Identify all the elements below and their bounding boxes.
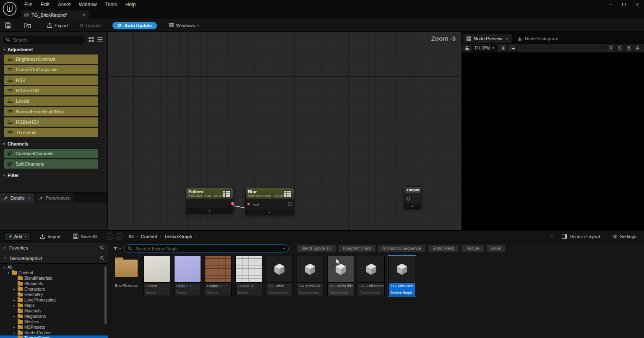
tab-tg-brickrecord[interactable]: TG_BrickRecord* ×: [21, 10, 89, 19]
breadcrumb-all[interactable]: All: [128, 234, 133, 239]
forward-button[interactable]: →: [116, 233, 123, 240]
search-icon[interactable]: [100, 256, 104, 260]
expand-arrow-icon[interactable]: ▾: [3, 265, 6, 270]
favorites-row[interactable]: ▸ Favorites: [0, 243, 108, 253]
category-channels[interactable]: ▾ Channels: [0, 138, 107, 148]
input-pin[interactable]: [407, 197, 410, 200]
menu-file[interactable]: File: [20, 0, 37, 9]
node-output[interactable]: Output ▾: [404, 186, 421, 209]
tree-item-blendmaterials[interactable]: BlendMaterials: [0, 276, 108, 281]
node-pattern[interactable]: Pattern RGBA,Byte, Linear 1024x1024 ▾: [186, 188, 233, 213]
lock-icon[interactable]: [465, 46, 469, 51]
asset-tile-output[interactable]: OutputTexture: [143, 256, 171, 296]
channel-b-button[interactable]: B: [625, 45, 632, 51]
node-collapse-button[interactable]: ▾: [404, 203, 421, 208]
menu-window[interactable]: Window: [75, 0, 101, 9]
expand-arrow-icon[interactable]: ▸: [13, 325, 16, 330]
tree-item-maps[interactable]: ▸Maps: [0, 303, 108, 308]
chip-level[interactable]: Level: [487, 245, 505, 252]
asset-search-input[interactable]: [135, 246, 281, 252]
chevron-down-icon[interactable]: ▾: [283, 247, 285, 250]
zoom-out-button[interactable]: −: [510, 45, 517, 52]
tab-close-icon[interactable]: ×: [28, 195, 31, 200]
asset-tile-tg-brickrecord[interactable]: TG_BrickRecordTexture Graph: [357, 256, 386, 296]
save-all-button[interactable]: Save All: [70, 232, 101, 241]
node-collapse-button[interactable]: ▾: [246, 210, 294, 215]
minimize-button[interactable]: [604, 0, 617, 9]
tree-item-characters[interactable]: ▸Characters: [0, 286, 108, 292]
add-button[interactable]: + Add ▾: [4, 232, 31, 241]
asset-tile-bricktextures[interactable]: BrickTextures: [112, 256, 141, 288]
expand-arrow-icon[interactable]: ▸: [13, 314, 16, 319]
tree-item-content[interactable]: ▾Content: [0, 270, 108, 276]
asset-search[interactable]: ▾: [124, 244, 289, 252]
chip-blueprint-class[interactable]: Blueprint Class: [339, 245, 375, 252]
palette-search-input[interactable]: [3, 36, 86, 44]
tree-scrollbar[interactable]: [104, 266, 107, 324]
palette-item-splitchannels[interactable]: SplitChannels: [4, 159, 98, 169]
asset-tile-output-2[interactable]: Output_2Texture: [204, 256, 232, 296]
output-pin[interactable]: [231, 202, 235, 205]
import-button[interactable]: Import: [37, 232, 64, 241]
menu-asset[interactable]: Asset: [54, 0, 75, 9]
fill-mode-dropdown[interactable]: Fill (0%) ▾: [472, 45, 497, 52]
palette-item-brightnesscontrast[interactable]: BrightnessContrast: [4, 55, 98, 64]
auto-update-button[interactable]: ⟳ Auto Update: [112, 22, 156, 29]
palette-item-converttograyscale[interactable]: ConvertToGrayscale: [4, 65, 98, 74]
palette-item-rgbtohsv[interactable]: RGBtoHSV: [4, 117, 98, 127]
tab-parameters[interactable]: Parameters: [35, 193, 73, 203]
menu-help[interactable]: Help: [121, 0, 140, 9]
tree-item-materials[interactable]: Materials: [0, 308, 108, 314]
expand-arrow-icon[interactable]: ▸: [13, 303, 16, 308]
graph-canvas[interactable]: Zoom -3 Pattern RGBA,Byte, Linear 1024x1…: [108, 32, 461, 230]
search-icon[interactable]: [100, 245, 104, 250]
save-button[interactable]: [2, 21, 15, 30]
tree-item-meshes[interactable]: Meshes: [0, 319, 108, 325]
expand-arrow-icon[interactable]: ▸: [3, 246, 7, 250]
asset-tile-output-3[interactable]: Output_3Texture: [235, 256, 263, 296]
browse-to-asset-button[interactable]: [21, 21, 34, 30]
asset-tile-output-1[interactable]: Output_1Texture: [173, 256, 202, 296]
maximize-button[interactable]: [617, 0, 631, 9]
expand-arrow-icon[interactable]: ▸: [13, 330, 16, 335]
panel-expand-chevron-icon[interactable]: ▾: [551, 234, 553, 238]
chip-blend-space-1d[interactable]: Blend Space 1D: [297, 245, 336, 252]
palette-search[interactable]: [3, 36, 86, 43]
tree-item-geometry[interactable]: Geometry: [0, 292, 108, 297]
back-button[interactable]: ←: [107, 233, 113, 240]
palette-item-hsvtorgb[interactable]: HSVtoRGB: [4, 86, 98, 95]
chip-texture[interactable]: Texture: [461, 245, 484, 252]
tree-item-levelprototyping[interactable]: ▸LevelPrototyping: [0, 297, 108, 303]
tree-item-texturegraph[interactable]: ▸TextureGraph: [0, 335, 108, 338]
asset-tile-tg-brickold[interactable]: TG_BrickOldTexture Graph: [296, 256, 324, 296]
zoom-in-button[interactable]: +: [500, 45, 507, 52]
tab-node-preview[interactable]: Node Preview ×: [463, 34, 512, 43]
tab-close-icon[interactable]: ×: [83, 12, 86, 18]
tree-item-mspresets[interactable]: ▸MSPresets: [0, 325, 108, 330]
tree-item-startercontent[interactable]: ▸StarterContent: [0, 330, 108, 335]
dock-in-layout-button[interactable]: Dock in Layout: [558, 232, 603, 241]
tree-item-all[interactable]: ▾All: [0, 265, 108, 270]
close-button[interactable]: ×: [631, 0, 644, 9]
palette-item-threshold[interactable]: Threshold: [4, 128, 98, 137]
node-blur[interactable]: Blur RGBA,Byte, Linear 1024x1024 Input ▾: [245, 188, 294, 215]
update-button[interactable]: ⟳ Update: [76, 21, 104, 30]
tree-item-megascans[interactable]: ▸Megascans: [0, 314, 108, 319]
expand-arrow-icon[interactable]: ▾: [3, 257, 7, 260]
expand-arrow-icon[interactable]: ▸: [13, 298, 16, 303]
node-collapse-button[interactable]: ▾: [186, 208, 233, 213]
settings-button[interactable]: Settings: [609, 232, 640, 241]
asset-tile-tg-brick[interactable]: TG_BrickTexture Graph: [265, 256, 294, 296]
export-button[interactable]: Export: [44, 21, 71, 30]
category-adjustment[interactable]: ▾ Adjustment: [0, 44, 107, 53]
breadcrumb-content[interactable]: Content: [141, 234, 157, 239]
tab-details[interactable]: Details ×: [0, 193, 34, 203]
palette-item-hsv[interactable]: HSV: [4, 75, 98, 85]
palette-item-levels[interactable]: Levels: [4, 96, 98, 106]
chip-static-mesh[interactable]: Static Mesh: [428, 245, 459, 252]
list-view-icon[interactable]: [97, 36, 103, 42]
menu-tools[interactable]: Tools: [101, 0, 121, 9]
tree-item-blueprints[interactable]: Blueprints: [0, 281, 108, 286]
channel-g-button[interactable]: G: [616, 45, 623, 51]
expand-arrow-icon[interactable]: ▸: [13, 336, 16, 338]
